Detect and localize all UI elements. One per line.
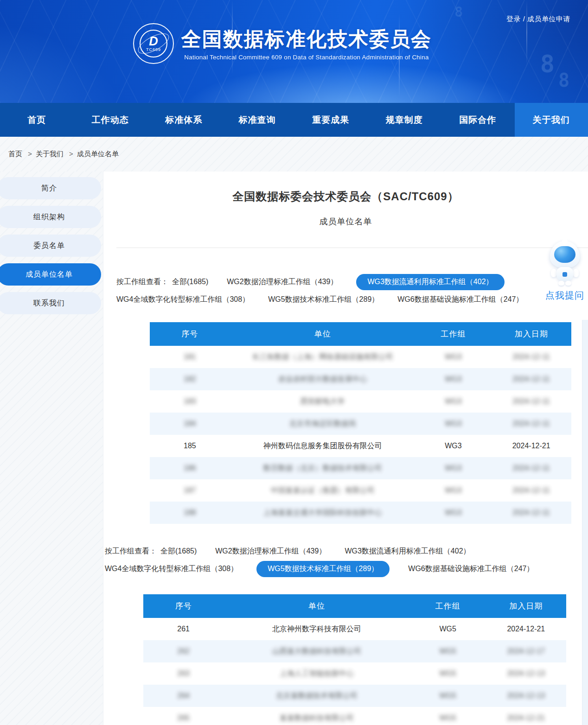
assistant-widget[interactable]: 点我提问 (543, 240, 586, 302)
filter-option[interactable]: WG3数据流通利用标准工作组（402） (345, 543, 470, 560)
cell-organization: 数言数据（北京）数据技术有限公司 (230, 457, 415, 479)
cell-join-date: 2024-12-21 (491, 435, 571, 457)
cell-workgroup: WG3 (415, 435, 492, 457)
breadcrumb-link[interactable]: 关于我们 (36, 150, 64, 158)
member-table-wg5: 序号 单位 工作组 加入日期 261 北京神州数字科技有限公司 WG5 (143, 594, 566, 725)
robot-chest-badge (562, 272, 567, 277)
filter-options-row1: 全部(1685) WG2数据治理标准工作组（439） WG3数据流通利用标准工作… (172, 274, 523, 290)
table-header-cell: 单位 (224, 594, 409, 618)
site-titles: 全国数据标准化技术委员会 National Technical Committe… (181, 27, 432, 61)
robot-arm (551, 269, 556, 277)
nav-item[interactable]: 国际合作 (441, 103, 515, 137)
cell-serial: 261 (143, 618, 224, 640)
table-row: 188 上海某某交通大学国际科技创新中心 WG3 2024-12-11 (150, 502, 571, 524)
breadcrumb: 首页 >关于我们 >成员单位名单 (0, 137, 588, 172)
filter-option[interactable]: WG5数据技术标准工作组（289） (268, 292, 379, 308)
table-row: 187 中国某某认证（集团）有限公司 WG3 2024-12-11 (150, 479, 571, 502)
cell-organization: 山西某大数据科技有限公司 (224, 640, 409, 662)
cell-serial: 188 (150, 502, 230, 524)
filter-option[interactable]: WG6数据基础设施标准工作组（247） (408, 561, 534, 577)
filter-options-row1: 全部(1685) WG2数据治理标准工作组（439） WG3数据流通利用标准工作… (160, 543, 489, 560)
cell-serial: 184 (150, 413, 230, 435)
logo-letter: D (149, 36, 158, 47)
filter-option[interactable]: WG3数据流通利用标准工作组（402） (356, 274, 504, 290)
banner-digit-decoration: 8 (558, 70, 569, 91)
cell-workgroup: WG3 (415, 413, 492, 435)
table-header-cell: 序号 (143, 594, 224, 618)
sidebar-item[interactable]: 联系我们 (0, 292, 101, 314)
table-row: 181 长三角数据（上海）网络基础设施有限公司 WG3 2024-12-11 (150, 346, 571, 368)
table-header-cell: 序号 (150, 322, 230, 346)
cell-organization: 中国某某认证（集团）有限公司 (230, 479, 415, 502)
cell-serial: 264 (143, 685, 224, 707)
breadcrumb-link[interactable]: 成员单位名单 (77, 150, 119, 158)
breadcrumb-link[interactable]: 首页 (8, 150, 22, 158)
nav-item[interactable]: 标准查询 (221, 103, 294, 137)
cell-workgroup: WG3 (415, 390, 492, 413)
cell-workgroup: WG3 (415, 479, 492, 502)
filter-row: WG4全域数字化转型标准工作组（308） WG5数据技术标准工作组（289） W… (105, 560, 588, 578)
sidebar-item[interactable]: 成员单位名单 (0, 263, 101, 286)
main-panel: 全国数据标委会技术委员会（SAC/TC609） 成员单位名单 点我提问 (103, 172, 588, 725)
cell-organization: 北京市海淀区数据局 (230, 413, 415, 435)
robot-mascot-icon[interactable] (548, 240, 582, 286)
filter-option[interactable]: 全部(1685) (160, 543, 197, 560)
nav-item[interactable]: 关于我们 (515, 103, 588, 137)
filter-option[interactable]: WG5数据技术标准工作组（289） (256, 561, 390, 577)
nav-item[interactable]: 首页 (0, 103, 74, 137)
table-row: 186 数言数据（北京）数据技术有限公司 WG3 2024-12-11 (150, 457, 571, 479)
sidebar-item[interactable]: 简介 (0, 177, 101, 199)
table-header-row: 序号 单位 工作组 加入日期 (143, 594, 566, 618)
cell-join-date: 2024-12-11 (491, 479, 571, 502)
content-area: 简介 组织架构 委员名单 成员单位名单 联系我们 全国数据标委会技术委员会（SA… (0, 172, 588, 725)
filter-option[interactable]: 全部(1685) (172, 274, 208, 290)
cell-workgroup: WG5 (410, 618, 486, 640)
filter-label: 按工作组查看： (116, 277, 168, 287)
filter-row: 按工作组查看： 全部(1685) WG2数据治理标准工作组（439） WG3数据… (105, 542, 588, 560)
table-row: 183 西安邮电大学 WG3 2024-12-11 (150, 390, 571, 413)
cell-join-date: 2024-12-21 (486, 618, 566, 640)
sidebar-item[interactable]: 组织架构 (0, 206, 101, 228)
cell-serial: 186 (150, 457, 230, 479)
cell-join-date: 2024-12-11 (491, 390, 571, 413)
cell-organization: 神州数码信息服务集团股份有限公司 (230, 435, 415, 457)
cell-organization: 西安邮电大学 (230, 390, 415, 413)
cell-workgroup: WG3 (415, 502, 492, 524)
filter-option[interactable]: WG6数据基础设施标准工作组（247） (397, 292, 523, 308)
workgroup-filter-1: 按工作组查看： 全部(1685) WG2数据治理标准工作组（439） WG3数据… (116, 273, 588, 308)
filter-option[interactable]: WG4全域数字化转型标准工作组（308） (116, 292, 249, 308)
filter-option[interactable]: WG4全域数字化转型标准工作组（308） (105, 561, 238, 577)
main-nav: 首页 工作动态 标准体系 标准查询 重要成果 规章制度 国际合作 关于我们 (0, 103, 588, 137)
filter-option[interactable]: WG2数据治理标准工作组（439） (227, 274, 338, 290)
banner-light-beam (526, 0, 527, 65)
cell-workgroup: WG5 (410, 707, 486, 725)
nav-item[interactable]: 规章制度 (368, 103, 441, 137)
tc609-logo-inner: D TC609 (140, 30, 167, 57)
ask-me-label[interactable]: 点我提问 (543, 289, 586, 302)
cell-serial: 262 (143, 640, 224, 662)
member-table-wg3: 序号 单位 工作组 加入日期 181 长三角数据（上海）网络基础设施有限公司 W… (150, 322, 571, 524)
nav-item[interactable]: 重要成果 (294, 103, 368, 137)
cell-workgroup: WG5 (410, 685, 486, 707)
sidebar-item[interactable]: 委员名单 (0, 235, 101, 257)
table-header-cell: 单位 (230, 322, 415, 346)
filter-option[interactable]: WG2数据治理标准工作组（439） (215, 543, 326, 560)
table-row: 182 农业农村部大数据发展中心 WG3 2024-12-11 (150, 368, 571, 390)
breadcrumb-item: 首页 (1, 150, 22, 158)
robot-arm (573, 269, 579, 277)
banner-digit-decoration: 8 (540, 50, 555, 78)
robot-leg (565, 281, 571, 286)
banner-digit-decoration: 8 (454, 4, 463, 20)
breadcrumb-separator: > (28, 150, 32, 158)
site-title: 全国数据标准化技术委员会 (181, 27, 432, 51)
nav-item[interactable]: 标准体系 (147, 103, 221, 137)
table-row: 261 北京神州数字科技有限公司 WG5 2024-12-21 (143, 618, 566, 640)
nav-item[interactable]: 工作动态 (74, 103, 147, 137)
login-member-apply-link[interactable]: 登录 / 成员单位申请 (506, 15, 570, 24)
cell-workgroup: WG5 (410, 640, 486, 662)
table-row: 185 神州数码信息服务集团股份有限公司 WG3 2024-12-21 (150, 435, 571, 457)
cell-join-date: 2024-12-17 (486, 640, 566, 662)
title-divider (116, 248, 588, 248)
cell-serial: 265 (143, 707, 224, 725)
cell-join-date: 2024-12-13 (486, 662, 566, 685)
